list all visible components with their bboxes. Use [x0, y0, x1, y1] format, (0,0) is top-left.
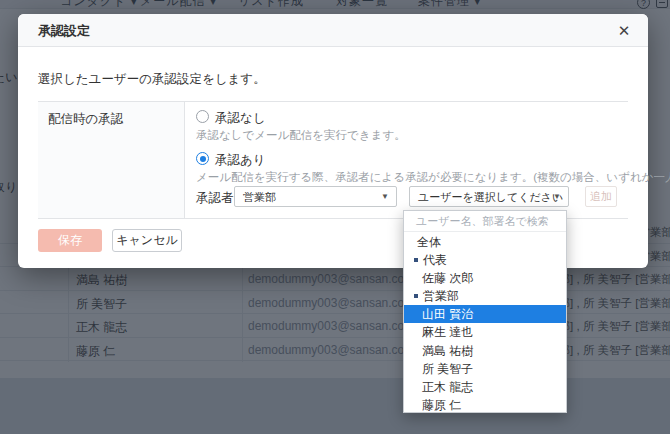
- dropdown-item-user[interactable]: 満島 祐樹: [404, 342, 566, 360]
- dropdown-item-user[interactable]: 佐藤 次郎: [404, 269, 566, 287]
- approver-group-select[interactable]: 営業部 ▼: [234, 186, 397, 207]
- chevron-down-icon: ▼: [381, 187, 389, 207]
- modal-header: 承認設定 ✕: [18, 14, 648, 47]
- user-select-dropdown: ユーザー名、部署名で検索 全体 代表 佐藤 次郎 営業部 山田 賢治 麻生 達也…: [403, 210, 567, 413]
- modal-title: 承認設定: [38, 14, 90, 47]
- dropdown-item-department[interactable]: 代表: [404, 251, 566, 269]
- dropdown-item-user[interactable]: 所 美智子: [404, 360, 566, 378]
- save-button[interactable]: 保存: [38, 229, 102, 252]
- radio-checked-icon[interactable]: [196, 152, 209, 165]
- dropdown-item-user-selected[interactable]: 山田 賢治: [404, 305, 566, 323]
- radio-icon[interactable]: [196, 110, 209, 123]
- form-row-label: 配信時の承認: [48, 111, 123, 128]
- close-icon[interactable]: ✕: [613, 14, 635, 47]
- form-label-cell: 配信時の承認: [38, 102, 185, 218]
- search-placeholder: ユーザー名、部署名で検索: [416, 211, 549, 232]
- dropdown-item-user[interactable]: 藤原 仁: [404, 396, 566, 414]
- approval-none-description: 承認なしでメール配信を実行できます。: [196, 128, 406, 143]
- chevron-down-icon: ▼: [553, 187, 561, 207]
- cancel-button[interactable]: キャンセル: [112, 229, 182, 252]
- dropdown-search-input[interactable]: ユーザー名、部署名で検索: [404, 211, 566, 232]
- approver-label: 承認者: [196, 190, 234, 207]
- dropdown-item-user[interactable]: 正木 龍志: [404, 378, 566, 396]
- approval-required-description: メール配信を実行する際、承認者による承認が必要になります。(複数の場合、いずれか…: [196, 170, 670, 185]
- approver-user-select[interactable]: ユーザーを選択してください ▼: [409, 186, 569, 207]
- form-body: 承認なし 承認なしでメール配信を実行できます。 承認あり メール配信を実行する際…: [185, 102, 628, 218]
- modal-description: 選択したユーザーの承認設定をします。: [38, 71, 266, 88]
- department-bullet-icon: [414, 258, 418, 262]
- dropdown-item-user[interactable]: 麻生 達也: [404, 323, 566, 341]
- dropdown-list: 全体 代表 佐藤 次郎 営業部 山田 賢治 麻生 達也 満島 祐樹 所 美智子 …: [404, 233, 566, 414]
- approval-form: 配信時の承認 承認なし 承認なしでメール配信を実行できます。 承認あり メール配…: [38, 101, 628, 219]
- dropdown-item-all[interactable]: 全体: [404, 233, 566, 251]
- add-approver-button[interactable]: 追加: [585, 186, 617, 207]
- dropdown-item-department[interactable]: 営業部: [404, 287, 566, 305]
- department-bullet-icon: [414, 294, 418, 298]
